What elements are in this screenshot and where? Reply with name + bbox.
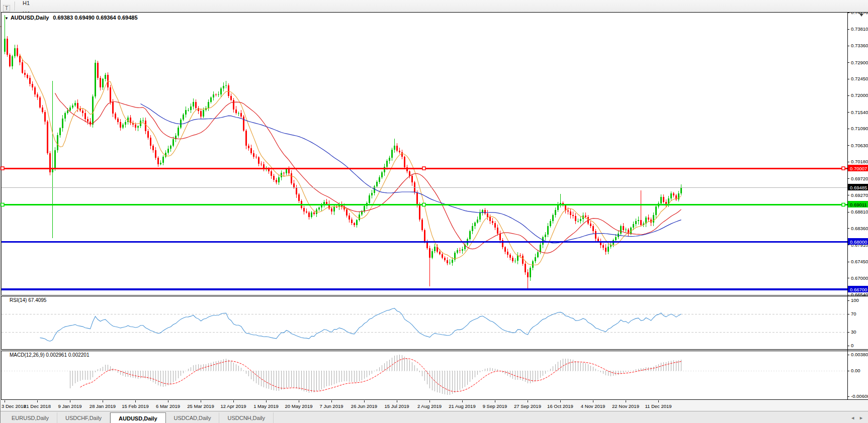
symbol-tabs: EURUSD,DailyUSDCHF,DailyAUDUSD,DailyUSDC… — [4, 412, 274, 423]
svg-text:100: 100 — [851, 297, 859, 303]
panel-frames — [1, 12, 868, 411]
collapse-caret-icon[interactable]: ▼ — [5, 16, 9, 21]
svg-text:0.69011: 0.69011 — [850, 202, 867, 207]
line-handle[interactable] — [1, 167, 4, 170]
svg-text:0.71090: 0.71090 — [851, 126, 868, 131]
price-badge: 0.68000 — [848, 238, 868, 245]
svg-text:25 Mar 2019: 25 Mar 2019 — [187, 403, 214, 409]
svg-text:0.72450: 0.72450 — [851, 76, 868, 81]
chart-title: ▼AUDUSD,Daily0.69383 0.69490 0.69364 0.6… — [5, 15, 138, 21]
svg-text:0.71540: 0.71540 — [851, 110, 868, 115]
svg-text:12 Apr 2019: 12 Apr 2019 — [220, 403, 246, 409]
svg-text:70: 70 — [851, 311, 856, 316]
svg-text:0.72900: 0.72900 — [851, 60, 868, 65]
tab-scroll-left-icon[interactable]: ◄ — [850, 415, 855, 420]
tab-usdchf[interactable]: USDCHF,Daily — [57, 412, 110, 423]
svg-text:0.73360: 0.73360 — [851, 43, 868, 48]
svg-text:26 Jun 2019: 26 Jun 2019 — [351, 403, 377, 409]
svg-text:2 Aug 2019: 2 Aug 2019 — [417, 403, 442, 409]
chart-symbol-label: AUDUSD,Daily — [11, 15, 49, 21]
panel-splitter-macd[interactable] — [1, 350, 868, 351]
svg-text:16 Oct 2019: 16 Oct 2019 — [547, 403, 573, 409]
macd-indicator-label: MACD(12,26,9) 0.002961 0.002201 — [10, 352, 89, 358]
line-handle[interactable] — [842, 167, 845, 170]
svg-text:4 Nov 2019: 4 Nov 2019 — [581, 403, 605, 409]
svg-text:1 May 2019: 1 May 2019 — [253, 403, 279, 409]
symbol-tab-bar: EURUSD,DailyUSDCHF,DailyAUDUSD,DailyUSDC… — [1, 411, 868, 423]
svg-text:9 Jan 2019: 9 Jan 2019 — [58, 403, 81, 409]
chart-quote-values: 0.69383 0.69490 0.69364 0.69485 — [53, 15, 137, 21]
svg-text:0.74270: 0.74270 — [851, 12, 868, 15]
svg-text:22 Nov 2019: 22 Nov 2019 — [612, 403, 639, 409]
svg-text:0.69720: 0.69720 — [851, 176, 868, 181]
mt4-window: ▤FAT➚➘▾ M1M5M15M30H1H4D1W1MN 0.742700.73… — [0, 0, 868, 423]
svg-text:7 Jun 2019: 7 Jun 2019 — [319, 403, 343, 409]
svg-text:27 Sep 2019: 27 Sep 2019 — [514, 403, 541, 409]
svg-text:15 Feb 2019: 15 Feb 2019 — [122, 403, 148, 409]
svg-text:0.67000: 0.67000 — [851, 275, 868, 281]
svg-text:0.67450: 0.67450 — [851, 259, 868, 264]
toolbar-separator — [15, 2, 16, 11]
svg-text:20 May 2019: 20 May 2019 — [285, 403, 313, 409]
svg-text:0.66540: 0.66540 — [851, 292, 868, 297]
svg-text:0.68360: 0.68360 — [851, 226, 868, 231]
tab-audusd[interactable]: AUDUSD,Daily — [110, 412, 165, 423]
line-handle[interactable] — [1, 203, 4, 206]
price-badge: 0.69485 — [848, 184, 868, 190]
svg-text:-0.006087: -0.006087 — [851, 393, 868, 399]
svg-text:15 Jul 2019: 15 Jul 2019 — [384, 403, 409, 409]
tab-eurusd[interactable]: EURUSD,Daily — [4, 412, 57, 423]
svg-text:0.70180: 0.70180 — [851, 159, 868, 164]
chart-canvas[interactable]: 0.742700.738100.733600.729000.724500.720… — [1, 12, 868, 411]
svg-text:9 Sep 2019: 9 Sep 2019 — [483, 403, 507, 409]
svg-text:0.72000: 0.72000 — [851, 92, 868, 98]
svg-text:0.69485: 0.69485 — [850, 185, 867, 190]
toolbar: ▤FAT➚➘▾ M1M5M15M30H1H4D1W1MN — [1, 0, 868, 13]
svg-text:0.66700: 0.66700 — [850, 287, 867, 292]
price-badge: 0.66700 — [848, 286, 868, 292]
svg-text:6 Mar 2019: 6 Mar 2019 — [156, 403, 180, 409]
svg-text:0.70007: 0.70007 — [850, 166, 867, 171]
line-handle[interactable] — [422, 203, 425, 206]
timeframe-h1-button[interactable]: H1 — [18, 0, 35, 9]
svg-text:0.73810: 0.73810 — [851, 26, 868, 32]
svg-text:0.00: 0.00 — [851, 368, 860, 373]
svg-text:0.003804: 0.003804 — [851, 352, 868, 357]
svg-text:21 Aug 2019: 21 Aug 2019 — [449, 403, 475, 409]
svg-text:0.69270: 0.69270 — [851, 192, 868, 198]
line-handle[interactable] — [842, 203, 845, 206]
tab-scroll-arrows: ◄ ► — [850, 412, 863, 423]
tab-usdcnh[interactable]: USDCNH,Daily — [219, 412, 274, 423]
svg-text:21 Dec 2018: 21 Dec 2018 — [24, 403, 51, 409]
svg-text:0: 0 — [851, 343, 853, 348]
svg-text:30: 30 — [851, 329, 856, 335]
text-label-tool-icon[interactable]: T — [1, 3, 12, 13]
svg-text:11 Dec 2019: 11 Dec 2019 — [645, 403, 671, 409]
price-badge: 0.69011 — [848, 201, 868, 207]
svg-text:0.68810: 0.68810 — [851, 209, 868, 215]
tab-usdcad[interactable]: USDCAD,Daily — [166, 412, 220, 423]
line-handle[interactable] — [422, 167, 425, 170]
panel-splitter-rsi[interactable] — [1, 295, 868, 296]
svg-text:0.70630: 0.70630 — [851, 143, 868, 148]
svg-text:28 Jan 2019: 28 Jan 2019 — [90, 403, 116, 409]
svg-text:3 Dec 2018: 3 Dec 2018 — [2, 403, 26, 409]
tab-scroll-right-icon[interactable]: ► — [859, 415, 863, 420]
svg-text:0.68000: 0.68000 — [850, 239, 867, 245]
rsi-indicator-label: RSI(14) 67.4095 — [10, 297, 46, 303]
price-badge: 0.70007 — [848, 165, 868, 171]
